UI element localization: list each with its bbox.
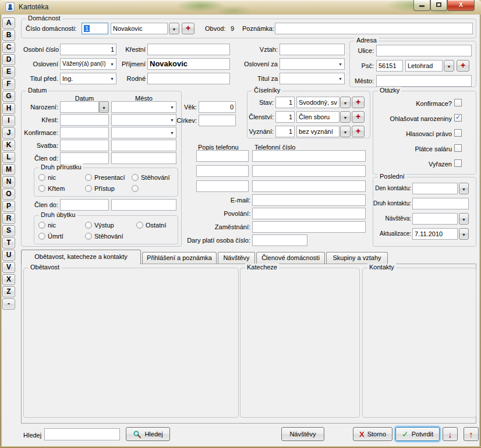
zip-input[interactable]: 56151 [376,60,403,72]
member-to-city-input[interactable] [111,199,176,211]
phone-number-input-3[interactable] [252,180,366,192]
membership-add-button[interactable]: + [352,111,365,123]
voting-right-checkbox[interactable] [454,129,462,137]
gifts-payer-input[interactable] [252,234,307,246]
departure-ostatni-radio[interactable] [136,222,143,229]
letter-button-k[interactable]: K [2,140,15,151]
zip-city-combo[interactable]: Letohrad [405,60,443,72]
phone-desc-input-3[interactable] [196,180,249,192]
discarded-checkbox[interactable] [454,159,462,167]
letter-button-p[interactable]: P [2,201,15,212]
confirmation-date-input[interactable] [60,127,109,138]
last-contact-day-dropdown-icon[interactable] [459,183,469,194]
departure-vystup-radio[interactable] [85,222,92,229]
titlebar[interactable]: Kartotéka X [0,0,481,15]
letter-button-u[interactable]: U [2,250,15,261]
household-name-combo[interactable]: Novakovic [111,23,168,34]
accession-nic-radio[interactable] [38,174,45,181]
departure-umrti-radio[interactable] [38,233,45,240]
cancel-button[interactable]: X Storno [353,427,392,441]
letter-button-n[interactable]: N [2,176,15,187]
birth-date-input[interactable] [60,101,99,113]
religion-dropdown-icon[interactable] [340,126,351,137]
birth-date-dropdown-icon[interactable] [99,101,109,113]
age-input[interactable]: 0 [199,101,236,113]
tab-prihlaseni[interactable]: Přihlášení a poznámka [142,252,217,264]
member-from-city-input[interactable] [111,152,176,164]
phone-desc-input-2[interactable] [196,165,249,177]
membership-combo[interactable]: Člen sboru [296,111,339,123]
letter-button-i[interactable]: I [2,115,15,126]
birth-city-combo[interactable] [111,101,176,113]
visits-button[interactable]: Návštěvy [281,427,324,441]
accession-pristup-radio[interactable] [85,185,92,192]
accession-presentaci-radio[interactable] [85,174,92,181]
announce-birthday-checkbox[interactable] [454,114,462,122]
employment-input[interactable] [252,221,366,233]
last-visit-input[interactable] [412,213,458,225]
phone-number-input-2[interactable] [252,165,366,177]
personal-number-input[interactable]: 1 [60,44,116,55]
title-before-combo[interactable]: Ing. [60,73,116,84]
letter-button-a[interactable]: A [2,17,15,29]
membership-dropdown-icon[interactable] [340,111,351,123]
wedding-city-input[interactable] [111,140,176,151]
last-update-dropdown-icon[interactable] [459,228,469,240]
letter-button-d[interactable]: D [2,54,15,65]
letter-button-f[interactable]: F [2,79,15,90]
status-dropdown-icon[interactable] [340,97,351,108]
find-input[interactable] [44,428,120,440]
email-input[interactable] [252,194,366,206]
previous-record-button[interactable]: ↓ [443,427,458,441]
confirmation-city-combo[interactable] [111,127,176,138]
close-button[interactable]: X [447,0,475,11]
religion-combo[interactable]: bez vyznání [296,126,339,137]
profession-input[interactable] [252,208,366,219]
zip-city-dropdown-icon[interactable] [444,60,454,72]
letter-button-o[interactable]: O [2,189,15,200]
letter-button-j[interactable]: J [2,127,15,138]
accession-krtem-radio[interactable] [38,185,45,192]
street-input[interactable] [376,45,472,56]
household-note-input[interactable] [275,23,473,34]
phone-desc-input-1[interactable] [196,150,249,162]
baptism-city-combo[interactable] [111,114,176,126]
household-number-input[interactable]: 1 [82,23,108,34]
letter-button-x[interactable]: X [2,274,15,285]
letter-button-h[interactable]: H [2,103,15,114]
household-add-button[interactable]: + [182,23,194,34]
relation-input[interactable] [280,44,345,55]
accession-stehovani-radio[interactable] [132,174,139,181]
departure-nic-radio[interactable] [38,222,45,229]
minimize-button[interactable] [413,0,430,11]
salutation-after-combo[interactable] [280,58,345,70]
letter-button-r[interactable]: R [2,213,15,224]
letter-button-g[interactable]: G [2,91,15,102]
letter-button-t[interactable]: T [2,237,15,248]
letter-button-v[interactable]: V [2,262,15,273]
member-from-date-input[interactable] [60,152,109,164]
last-visit-dropdown-icon[interactable] [459,213,469,225]
letter-button-dash[interactable]: - [2,298,15,310]
letter-button-m[interactable]: M [2,164,15,175]
letter-button-l[interactable]: L [2,152,15,163]
tab-skupiny[interactable]: Skupiny a vztahy [326,252,388,264]
letter-button-b[interactable]: B [2,30,15,41]
departure-stehovani-radio[interactable] [85,233,92,240]
city-input[interactable] [376,75,472,87]
wedding-date-input[interactable] [60,140,109,151]
surname-input[interactable]: Novakovic [147,58,230,70]
status-combo[interactable]: Svododný, svobod [296,97,339,108]
tab-obetavost[interactable]: Obětavost, katecheze a kontakty [21,250,141,264]
baptism-date-input[interactable] [60,114,109,126]
letter-button-c[interactable]: C [2,42,15,53]
member-to-date-input[interactable] [60,199,109,211]
tab-clenove[interactable]: Členové domácnosti [256,252,325,264]
title-after-combo[interactable] [280,73,345,84]
next-record-button[interactable]: ↑ [464,427,479,441]
accession-blank-radio[interactable] [132,185,139,192]
salary-payer-checkbox[interactable] [454,144,462,152]
birthname-input[interactable] [147,73,230,84]
confirmation-question-checkbox[interactable] [454,99,462,106]
letter-button-s[interactable]: S [2,225,15,236]
